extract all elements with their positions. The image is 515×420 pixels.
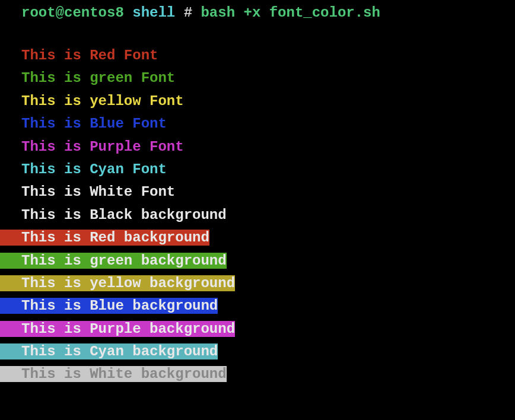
output-line: This is green background — [21, 250, 515, 272]
output-line: This is Cyan background — [21, 341, 515, 363]
output-text: This is Blue background — [0, 298, 218, 314]
output-line: This is green Font — [21, 67, 515, 90]
output-text: This is Red Font — [21, 47, 158, 63]
output-text: This is White Font — [21, 184, 175, 200]
output-line: This is Cyan Font — [21, 158, 515, 181]
command-prompt-line: root@centos8 shell # bash +x font_color.… — [21, 5, 515, 21]
output-text: This is yellow background — [0, 275, 235, 291]
output-line: This is yellow background — [21, 272, 515, 295]
output-line: This is Red Font — [21, 44, 515, 67]
output-line: This is Purple Font — [21, 136, 515, 158]
output-line: This is White background — [21, 363, 515, 386]
output-text: This is White background — [0, 366, 227, 382]
output-line: This is Blue background — [21, 295, 515, 317]
output-text: This is green Font — [21, 70, 175, 86]
output-line: This is White Font — [21, 181, 515, 203]
prompt-command: bash +x font_color.sh — [201, 5, 380, 21]
output-text: This is Purple background — [0, 321, 235, 337]
output-text: This is yellow Font — [21, 93, 184, 109]
output-line: This is yellow Font — [21, 90, 515, 113]
output-line: This is Blue Font — [21, 113, 515, 135]
output-text: This is green background — [0, 253, 227, 269]
output-text: This is Red background — [0, 230, 209, 246]
output-text: This is Purple Font — [21, 139, 184, 155]
output-line: This is Black background — [21, 204, 515, 227]
prompt-separator: # — [184, 5, 192, 21]
output-line: This is Red background — [21, 227, 515, 249]
terminal-output: This is Red FontThis is green FontThis i… — [21, 44, 515, 386]
output-line: This is Purple background — [21, 318, 515, 341]
output-text: This is Blue Font — [21, 116, 167, 132]
output-text: This is Cyan Font — [21, 161, 167, 177]
prompt-path: shell — [132, 5, 175, 21]
prompt-user-host: root@centos8 — [21, 5, 124, 21]
terminal-window[interactable]: root@centos8 shell # bash +x font_color.… — [0, 5, 515, 386]
output-text: This is Cyan background — [0, 343, 218, 359]
output-text: This is Black background — [0, 207, 227, 223]
